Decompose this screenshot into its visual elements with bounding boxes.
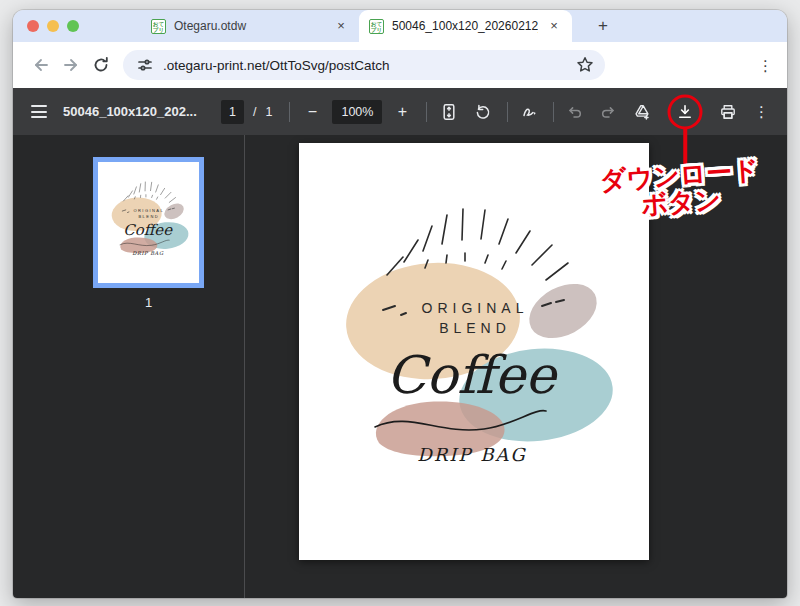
art-title-coffee: Coffee	[123, 220, 173, 238]
tab-title: Otegaru.otdw	[174, 19, 325, 33]
zoom-out-button[interactable]: −	[299, 99, 325, 125]
site-settings-tune-icon[interactable]	[135, 55, 155, 75]
art-word-blend: BLEND	[439, 320, 511, 336]
tab-pdf[interactable]: おて プリ 50046_100x120_20260212_0 ×	[359, 10, 572, 42]
pdf-page: ORIGINAL BLEND Coffee DRIP BAG	[299, 143, 649, 560]
divider	[553, 102, 554, 122]
browser-window: おて プリ Otegaru.otdw × おて プリ 50046_100x120…	[13, 10, 787, 598]
fit-to-page-icon[interactable]	[440, 103, 458, 121]
zoom-in-button[interactable]: +	[389, 99, 415, 125]
redo-icon	[599, 103, 617, 121]
mauve-blob	[520, 273, 606, 349]
close-window-button[interactable]	[27, 20, 39, 32]
menu-hamburger-icon[interactable]	[31, 105, 47, 118]
pdf-toolbar: 50046_100x120_202... 1 / 1 − 100% + ダウンロ…	[13, 88, 787, 135]
page-divider: /	[253, 105, 256, 119]
reload-icon[interactable]	[91, 55, 111, 75]
divider	[426, 102, 427, 122]
annotation-label: ダウンロード ボタン	[599, 157, 761, 222]
toolbar-right-icons: ダウンロード ボタン ⋮	[633, 88, 787, 135]
page-number-input[interactable]: 1	[221, 100, 244, 124]
art-title-coffee: Coffee	[386, 345, 559, 405]
bookmark-star-icon[interactable]	[575, 55, 595, 75]
page-thumbnail-selected[interactable]: ORIGINAL BLEND Coffee DRIP BAG	[93, 157, 204, 288]
art-subtitle-dripbag: DRIP BAG	[417, 444, 527, 465]
divider	[507, 102, 508, 122]
annotate-pen-icon[interactable]	[521, 103, 539, 121]
otegaru-favicon-icon: おて プリ	[369, 19, 384, 34]
art-word-blend: BLEND	[138, 213, 159, 218]
zoom-window-button[interactable]	[67, 20, 79, 32]
mauve-blob	[162, 200, 187, 222]
address-bar[interactable]: .otegaru-print.net/OttToSvg/postCatch	[123, 50, 605, 80]
tab-bar: おて プリ Otegaru.otdw × おて プリ 50046_100x120…	[13, 10, 787, 42]
save-to-drive-icon[interactable]	[633, 103, 651, 121]
divider	[289, 102, 290, 122]
zoom-level-input[interactable]: 100%	[332, 100, 382, 124]
tab-close-icon[interactable]: ×	[333, 18, 349, 34]
page-total: 1	[265, 105, 272, 119]
minimize-window-button[interactable]	[47, 20, 59, 32]
back-icon[interactable]	[31, 55, 51, 75]
art-word-original: ORIGINAL	[422, 300, 529, 316]
traffic-lights	[13, 20, 93, 32]
download-button-wrap: ダウンロード ボタン	[668, 88, 702, 135]
forward-icon[interactable]	[61, 55, 81, 75]
tab-otegaru[interactable]: おて プリ Otegaru.otdw ×	[141, 10, 359, 42]
url-text[interactable]: .otegaru-print.net/OttToSvg/postCatch	[163, 58, 575, 73]
download-icon[interactable]	[676, 103, 694, 121]
new-tab-button[interactable]: +	[590, 13, 616, 39]
art-word-original: ORIGINAL	[133, 207, 164, 212]
art-subtitle-dripbag: DRIP BAG	[132, 249, 164, 255]
undo-icon	[566, 103, 584, 121]
thumbnail-sidebar: ORIGINAL BLEND Coffee DRIP BAG 1	[13, 135, 244, 598]
tab-title: 50046_100x120_20260212_0	[392, 19, 538, 33]
pdf-more-kebab-icon[interactable]: ⋮	[754, 103, 769, 121]
thumbnail-page-number: 1	[93, 295, 204, 310]
print-icon[interactable]	[719, 103, 737, 121]
tab-close-icon[interactable]: ×	[546, 18, 562, 34]
rotate-counterclockwise-icon[interactable]	[474, 103, 492, 121]
navigation-bar: .otegaru-print.net/OttToSvg/postCatch ⋮	[13, 42, 787, 88]
otegaru-favicon-icon: おて プリ	[151, 19, 166, 34]
browser-menu-kebab-icon[interactable]: ⋮	[758, 58, 773, 73]
pdf-page-artwork: ORIGINAL BLEND Coffee DRIP BAG	[299, 143, 649, 560]
thumbnail-page: ORIGINAL BLEND Coffee DRIP BAG	[98, 162, 199, 283]
pdf-filename: 50046_100x120_202...	[63, 104, 215, 119]
